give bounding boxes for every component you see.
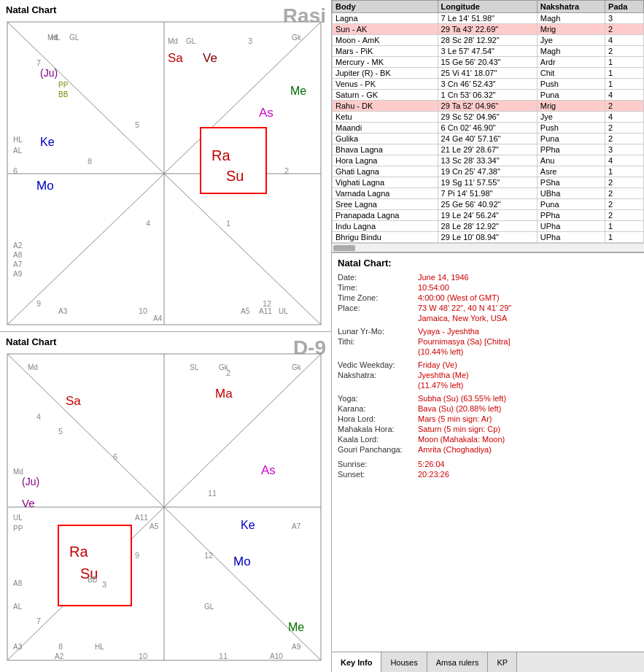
svg-text:7: 7 <box>36 58 41 67</box>
table-row: Ketu29 Sc 52' 04.96"Jye4 <box>333 112 644 123</box>
info-field-value: Saturn (5 min sign: Cp) <box>418 425 500 433</box>
tab-key-info[interactable]: Key Info <box>332 652 381 672</box>
info-row-continuation: (11.47% left) <box>338 381 638 390</box>
svg-text:BB: BB <box>88 576 98 584</box>
table-row: Mercury - MK15 Ge 56' 20.43"Ardr1 <box>333 57 644 68</box>
right-panel: Body Longitude Nakshatra Pada Lagna7 Le … <box>332 0 644 672</box>
info-field-label: Time: <box>338 283 418 292</box>
svg-text:5: 5 <box>58 427 63 436</box>
svg-text:3: 3 <box>102 580 106 589</box>
cell-nakshatra: PSha <box>537 177 605 188</box>
cell-pada: 2 <box>605 101 644 112</box>
svg-text:AL: AL <box>13 603 23 611</box>
cell-longitude: 3 Cn 46' 52.43" <box>438 79 537 90</box>
planet-table: Body Longitude Nakshatra Pada Lagna7 Le … <box>332 0 644 243</box>
cell-pada: 1 <box>605 68 644 79</box>
cell-nakshatra: UPha <box>537 232 605 243</box>
svg-text:AL: AL <box>13 147 23 155</box>
col-longitude: Longitude <box>438 1 537 13</box>
info-row: Date:June 14, 1946 <box>338 273 638 282</box>
cell-body: Maandi <box>333 123 438 134</box>
info-title: Natal Chart: <box>338 258 638 269</box>
table-row: Sun - AK29 Ta 43' 22.69"Mrig2 <box>333 24 644 35</box>
svg-text:GL: GL <box>186 37 196 45</box>
table-row: Indu Lagna28 Le 28' 12.92"UPha1 <box>333 221 644 232</box>
svg-text:HL: HL <box>13 136 23 144</box>
cell-body: Jupiter (R) - BK <box>333 68 438 79</box>
cell-nakshatra: UPha <box>537 221 605 232</box>
svg-text:Gk: Gk <box>292 34 302 42</box>
cell-longitude: 29 Le 10' 08.94" <box>438 232 537 243</box>
svg-text:UL: UL <box>279 307 288 315</box>
svg-text:11: 11 <box>208 489 217 498</box>
info-field-value: 73 W 48' 22", 40 N 41' 29" <box>418 304 511 312</box>
svg-text:Ke: Ke <box>241 519 255 531</box>
svg-text:6: 6 <box>13 166 18 175</box>
cell-body: Moon - AmK <box>333 35 438 46</box>
cell-nakshatra: Chit <box>537 68 605 79</box>
cell-body: Mercury - MK <box>333 57 438 68</box>
info-row: Time Zone:4:00:00 (West of GMT) <box>338 293 638 302</box>
svg-text:A5: A5 <box>150 522 159 530</box>
cell-body: Bhava Lagna <box>333 144 438 155</box>
svg-text:11: 11 <box>219 652 228 660</box>
tab-amsa-rulers[interactable]: Amsa rulers <box>427 652 489 672</box>
cell-longitude: 13 Sc 28' 33.34" <box>438 155 537 166</box>
svg-text:BB: BB <box>58 90 69 99</box>
svg-text:As: As <box>261 463 276 477</box>
cell-pada: 1 <box>605 221 644 232</box>
svg-text:Me: Me <box>288 621 304 633</box>
svg-text:8: 8 <box>58 642 63 651</box>
cell-longitude: 6 Cn 02' 46.90" <box>438 123 537 134</box>
svg-text:Ke: Ke <box>40 136 55 148</box>
cell-nakshatra: Jye <box>537 112 605 123</box>
planet-table-container: Body Longitude Nakshatra Pada Lagna7 Le … <box>332 0 644 243</box>
info-row: Sunrise:5:26:04 <box>338 460 638 468</box>
d9-chart-svg: Md Sa 4 5 Ma 2 Gk Md (Ju) Ve UL PP As A7… <box>0 332 332 668</box>
table-row: Moon - AmK28 Sc 28' 12.92"Jye4 <box>333 35 644 46</box>
svg-text:GL: GL <box>69 34 79 42</box>
info-row: Nakshatra:Jyeshtha (Me) <box>338 371 638 379</box>
table-row: Pranapada Lagna19 Le 24' 56.24"PPha2 <box>333 210 644 221</box>
cell-longitude: 21 Le 29' 28.67" <box>438 144 537 155</box>
cell-body: Varnada Lagna <box>333 188 438 199</box>
info-field-value: Vyaya - Jyeshtha <box>418 327 479 336</box>
cell-nakshatra: Jye <box>537 35 605 46</box>
cell-longitude: 29 Sc 52' 04.96" <box>438 112 537 123</box>
info-row: Kaala Lord:Moon (Mahakala: Moon) <box>338 435 638 444</box>
svg-text:Ve: Ve <box>22 497 35 509</box>
cell-nakshatra: Push <box>537 123 605 134</box>
cell-nakshatra: Puna <box>537 199 605 210</box>
cell-longitude: 7 Le 14' 51.98" <box>438 13 537 24</box>
info-field-value: 10:54:00 <box>418 283 449 292</box>
svg-text:1: 1 <box>226 219 230 228</box>
cell-longitude: 19 Le 24' 56.24" <box>438 210 537 221</box>
table-scrollbar[interactable] <box>332 243 644 252</box>
cell-longitude: 19 Sg 11' 57.55" <box>438 177 537 188</box>
cell-nakshatra: Magh <box>537 13 605 24</box>
svg-text:9: 9 <box>135 551 139 560</box>
svg-text:3: 3 <box>248 36 252 45</box>
info-row-continuation: Jamaica, New York, USA <box>338 314 638 323</box>
svg-text:Sa: Sa <box>168 51 183 65</box>
info-field-value: Bava (Su) (20.88% left) <box>418 404 501 413</box>
cell-longitude: 1 Cn 53' 06.32" <box>438 90 537 101</box>
svg-text:SL: SL <box>190 363 199 371</box>
tab-houses[interactable]: Houses <box>381 652 427 672</box>
cell-pada: 4 <box>605 35 644 46</box>
svg-text:A8: A8 <box>13 251 23 259</box>
cell-nakshatra: PPha <box>537 210 605 221</box>
left-panel: Natal Chart Rasi 7 3 2 12 10 <box>0 0 332 672</box>
svg-text:4: 4 <box>146 219 150 228</box>
svg-text:9: 9 <box>36 299 41 308</box>
svg-text:10: 10 <box>139 652 147 660</box>
table-row: Hora Lagna13 Sc 28' 33.34"Anu4 <box>333 155 644 166</box>
table-row: Bhava Lagna21 Le 29' 28.67"PPha3 <box>333 144 644 155</box>
svg-text:Ma: Ma <box>215 387 233 401</box>
cell-body: Rahu - DK <box>333 101 438 112</box>
svg-text:(Ju): (Ju) <box>22 476 39 487</box>
tab-kp[interactable]: KP <box>488 652 517 672</box>
table-row: Mars - PiK3 Le 57' 47.54"Magh2 <box>333 46 644 57</box>
info-field-value: Amrita (Choghadiya) <box>418 445 492 454</box>
svg-text:Gk: Gk <box>219 363 229 371</box>
